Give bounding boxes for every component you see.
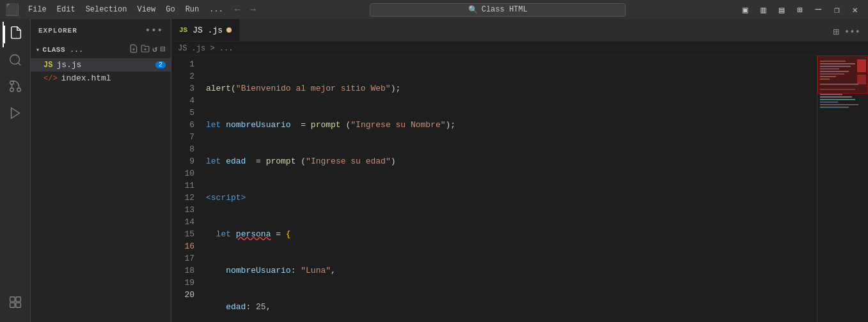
ln-16: 16 (171, 240, 194, 252)
editor-layout-icon[interactable]: ⊞ (830, 23, 842, 41)
search-icon: 🔍 (468, 5, 478, 15)
layout-icon4[interactable]: ⊞ (792, 3, 807, 17)
new-folder-icon[interactable] (141, 44, 150, 56)
more-options-icon[interactable]: ••• (145, 26, 163, 36)
collapse-icon[interactable]: ⊟ (161, 44, 166, 56)
ln-8: 8 (171, 143, 194, 155)
activity-debug[interactable] (3, 102, 28, 128)
tab-js-icon: JS (179, 26, 187, 34)
search-icon (8, 53, 22, 70)
svg-line-1 (18, 63, 20, 65)
html-file-icon: </> (43, 74, 58, 83)
activity-explorer[interactable] (3, 22, 28, 47)
activity-source-control[interactable] (3, 75, 28, 101)
ln-5: 5 (171, 107, 194, 119)
sidebar-title: EXPLORER (38, 27, 77, 34)
activity-search[interactable] (3, 49, 28, 74)
tab-bar: JS JS .js ⊞ ••• (171, 19, 868, 42)
ln-2: 2 (171, 70, 194, 82)
nav-back[interactable]: ← (232, 3, 242, 16)
new-file-icon[interactable] (129, 44, 138, 56)
file-item-html[interactable]: </> index.html (31, 72, 171, 85)
svg-rect-9 (15, 303, 20, 307)
maximize-button[interactable]: ❐ (829, 3, 844, 17)
source-control-icon (8, 79, 22, 97)
menu-file[interactable]: File (24, 4, 51, 15)
menu-selection[interactable]: Selection (82, 4, 131, 15)
window-controls: ▣ ▥ ▤ ⊞ — ❐ ✕ (738, 3, 863, 17)
menu-run[interactable]: Run (182, 4, 203, 15)
svg-rect-25 (820, 96, 852, 98)
svg-point-0 (10, 54, 19, 64)
titlebar: ⬛ File Edit Selection View Go Run ... ← … (0, 0, 868, 19)
sidebar: EXPLORER ••• ▾ CLASS ... (31, 19, 171, 322)
section-header[interactable]: ▾ CLASS ... ↺ (31, 42, 171, 58)
ln-7: 7 (171, 131, 194, 143)
main-layout: EXPLORER ••• ▾ CLASS ... (0, 19, 868, 322)
code-line-2: let nombreUsuario = prompt ("Ingrese su … (206, 119, 817, 131)
ln-17: 17 (171, 252, 194, 264)
chevron-icon: ▾ (36, 46, 40, 54)
section-label: CLASS ... (43, 46, 84, 54)
search-box[interactable]: 🔍 Class HTML (370, 3, 626, 17)
search-area: 🔍 Class HTML (264, 3, 732, 17)
svg-rect-27 (820, 102, 838, 103)
tab-modified-dot (226, 27, 232, 33)
ln-12: 12 (171, 192, 194, 204)
menu-edit[interactable]: Edit (53, 4, 79, 15)
sidebar-header-actions: ••• (145, 26, 163, 36)
code-line-1: alert("Bienvenido al mejor sitio Web"); (206, 82, 817, 95)
ln-6: 6 (171, 119, 194, 131)
ln-11: 11 (171, 180, 194, 192)
vscode-icon: ⬛ (5, 3, 19, 17)
code-line-5: let persona = { (206, 228, 817, 240)
svg-rect-29 (820, 107, 849, 108)
ln-4: 4 (171, 95, 194, 107)
layout-icon1[interactable]: ▣ (738, 3, 753, 17)
editor-more-icon[interactable]: ••• (842, 24, 863, 40)
close-button[interactable]: ✕ (848, 3, 863, 17)
ln-20: 20 (171, 289, 194, 301)
tab-js[interactable]: JS JS .js (171, 19, 240, 41)
breadcrumb: JS .js > ... (171, 42, 868, 56)
ln-3: 3 (171, 82, 194, 95)
editor-area: JS JS .js ⊞ ••• JS .js > ... 1 2 3 4 (171, 19, 868, 322)
js-filename: js.js (56, 60, 81, 70)
code-line-6: nombreUsuario: "Luna", (206, 264, 817, 277)
explorer-icon (9, 26, 23, 44)
svg-marker-5 (11, 108, 19, 119)
extensions-icon (8, 295, 22, 313)
nav-forward[interactable]: → (248, 3, 258, 16)
minimize-button[interactable]: — (810, 3, 827, 17)
svg-rect-26 (820, 99, 855, 100)
breadcrumb-text: JS .js > ... (178, 44, 233, 53)
js-file-badge: 2 (155, 61, 166, 68)
menu-view[interactable]: View (133, 4, 159, 15)
svg-rect-24 (820, 94, 842, 95)
minimap (817, 56, 868, 322)
ln-9: 9 (171, 155, 194, 167)
activity-extensions[interactable] (3, 291, 28, 317)
js-file-icon: JS (43, 61, 52, 70)
code-content: alert("Bienvenido al mejor sitio Web"); … (203, 58, 817, 322)
refresh-icon[interactable]: ↺ (152, 44, 157, 56)
svg-rect-7 (15, 297, 20, 302)
code-line-7: edad: 25, (206, 301, 817, 313)
ln-10: 10 (171, 167, 194, 180)
sidebar-header: EXPLORER ••• (31, 19, 171, 42)
layout-icon2[interactable]: ▥ (755, 3, 771, 17)
ln-18: 18 (171, 264, 194, 277)
code-line-4: <script> (206, 192, 817, 204)
menu-more[interactable]: ... (205, 4, 227, 15)
ln-19: 19 (171, 277, 194, 289)
menu-go[interactable]: Go (162, 4, 178, 15)
code-editor[interactable]: 1 2 3 4 5 6 7 8 9 10 11 12 13 14 15 16 1 (171, 56, 817, 322)
ln-1: 1 (171, 58, 194, 70)
svg-point-3 (10, 81, 13, 85)
ln-13: 13 (171, 204, 194, 216)
layout-icon3[interactable]: ▤ (774, 3, 789, 17)
debug-icon (8, 106, 22, 124)
svg-point-2 (17, 88, 20, 92)
tab-label: JS .js (193, 26, 223, 35)
file-item-js[interactable]: JS js.js 2 (31, 58, 171, 72)
